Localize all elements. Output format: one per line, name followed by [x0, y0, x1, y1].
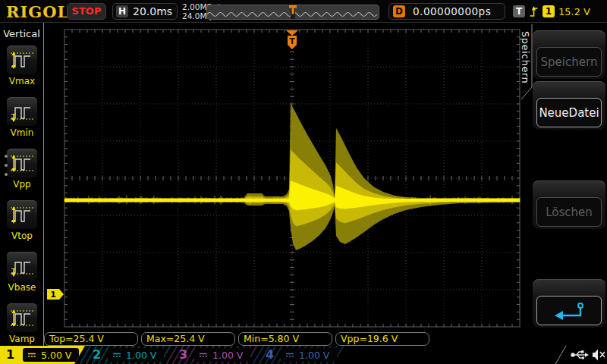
menu-page-dot — [5, 155, 8, 158]
menu-item-label: Vbase — [8, 282, 36, 293]
save-menu: Speichern SpeichernNeueDateiLöschen — [521, 23, 607, 347]
status-icons — [545, 346, 607, 364]
channel-number: 3 — [179, 347, 187, 363]
vtop-measure-icon — [7, 200, 37, 229]
dc-coupling-icon — [285, 351, 294, 359]
softkey-label: Löschen — [536, 197, 602, 227]
menu-item-label: Vpp — [13, 179, 30, 190]
trigger-source-badge: 1 — [543, 5, 555, 17]
channel-4-indicator[interactable]: 41.00 V — [250, 346, 346, 364]
softkey-return[interactable] — [533, 279, 605, 328]
menu-item-vtop[interactable]: Vtop — [0, 200, 44, 241]
channel-number: 1 — [6, 347, 14, 363]
menu-page-dot — [5, 164, 8, 167]
softkey-speichern[interactable]: Speichern — [533, 30, 605, 79]
vertical-measure-menu: Vertical VmaxVminVppVtopVbaseVamp — [0, 23, 44, 347]
delay-icon: D — [393, 5, 405, 17]
dc-coupling-icon — [27, 351, 36, 359]
channel-scale-box: 1.00 V — [194, 348, 250, 362]
channel-scale-value: 1.00 V — [126, 350, 156, 361]
channel-3-indicator[interactable]: 31.00 V — [164, 346, 259, 364]
channel-scale-box: 5.00 V — [23, 348, 79, 362]
vmax-measure-icon — [7, 46, 37, 74]
horizontal-timebase-box[interactable]: H 20.0ms — [112, 3, 178, 20]
timebase-value: 20.0ms — [133, 5, 172, 17]
channel-status-bar: 15.00 V21.00 V31.00 V41.00 V — [0, 346, 607, 364]
return-arrow-icon — [536, 296, 602, 325]
run-state-button[interactable]: STOP — [67, 3, 106, 20]
channel-scale-box: 1.00 V — [108, 348, 164, 362]
vmin-measure-icon — [7, 97, 37, 126]
horizontal-icon: H — [116, 5, 128, 17]
channel-scale-box: 1.00 V — [281, 348, 337, 362]
measurement-min: Min=5.80 V — [238, 332, 332, 346]
channel-scale-value: 5.00 V — [41, 350, 71, 361]
speaker-muted-icon — [593, 350, 605, 361]
channel-scale-value: 1.00 V — [299, 350, 329, 361]
menu-item-label: Vamp — [9, 334, 35, 344]
delay-value: 0.00000000ps — [413, 5, 491, 17]
vpp-measure-icon — [7, 149, 37, 177]
softkey-label: Speichern — [536, 47, 602, 77]
rising-edge-icon — [529, 5, 539, 18]
waveform-preview-icon — [207, 5, 379, 19]
trigger-level-value: 15.2 V — [558, 6, 590, 17]
usb-icon — [571, 350, 589, 359]
menu-item-label: Vtop — [11, 231, 33, 241]
trigger-delay-box[interactable]: D 0.00000000ps — [388, 3, 505, 20]
softkey-label: NeueDatei — [536, 98, 602, 127]
menu-item-label: Vmax — [9, 76, 35, 86]
channel-number: 2 — [93, 347, 101, 363]
trigger-label: T — [513, 5, 525, 17]
measurement-max: Max=25.4 V — [141, 332, 235, 346]
svg-text:T: T — [289, 36, 295, 46]
channel-ground-marker[interactable]: 1 — [47, 289, 64, 300]
channel-scale-value: 1.00 V — [212, 350, 243, 361]
waveform-position-bar[interactable] — [206, 5, 379, 20]
svg-text:1: 1 — [50, 290, 56, 300]
measurement-vpp: Vpp=19.6 V — [335, 332, 429, 346]
menu-page-dot — [5, 173, 8, 176]
menu-item-vmin[interactable]: Vmin — [0, 97, 44, 138]
softkey-löschen[interactable]: Löschen — [533, 180, 605, 229]
softkey-neuedatei[interactable]: NeueDatei — [533, 81, 605, 130]
menu-item-label: Vmin — [11, 127, 34, 138]
menu-item-vmax[interactable]: Vmax — [0, 46, 44, 86]
channel-2-indicator[interactable]: 21.00 V — [77, 346, 173, 364]
channel-number: 4 — [266, 347, 274, 363]
trigger-position-marker[interactable]: T — [286, 30, 298, 49]
waveform-trace — [64, 180, 520, 210]
menu-item-vbase[interactable]: Vbase — [0, 252, 44, 293]
vbase-measure-icon — [7, 252, 37, 281]
measurement-top: Top=25.4 V — [44, 332, 138, 346]
waveform-display: TT1 — [45, 19, 536, 331]
trigger-status-box[interactable]: T 1 15.2 V — [513, 3, 604, 20]
vamp-measure-icon — [7, 303, 37, 332]
oscilloscope-screen: RIGOL STOP H 20.0ms 2.00MSa/s 24.0M pts … — [0, 0, 607, 364]
dc-coupling-icon — [112, 351, 121, 359]
dc-coupling-icon — [199, 351, 208, 359]
left-menu-title: Vertical — [0, 23, 43, 39]
menu-item-vamp[interactable]: Vamp — [0, 303, 44, 344]
